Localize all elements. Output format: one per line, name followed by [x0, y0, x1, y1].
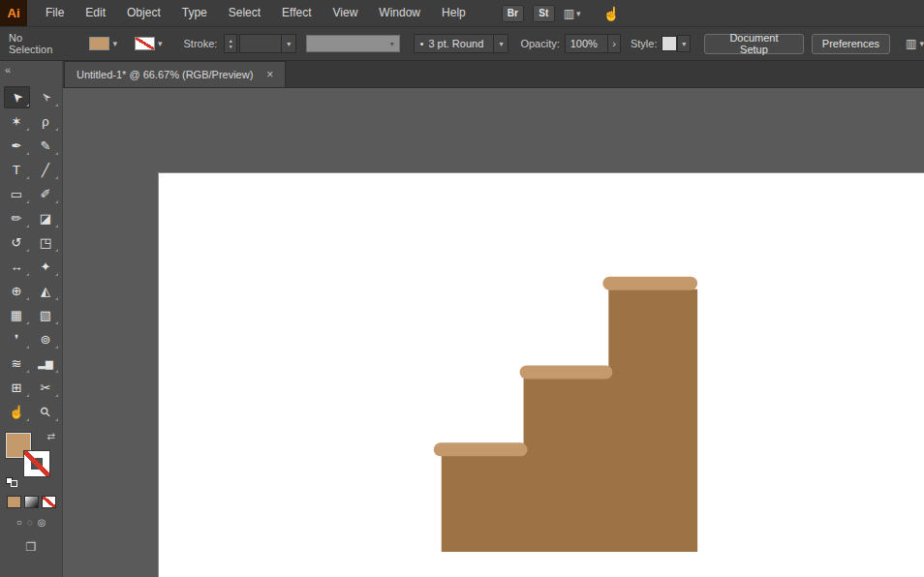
blend-tool-icon: ⊚ — [41, 332, 51, 347]
symbol-sprayer-tool[interactable]: ≋ — [4, 352, 30, 375]
lasso-tool[interactable]: ρ — [33, 110, 59, 133]
screen-mode-icon[interactable]: ❐ — [26, 540, 37, 554]
graphic-style-swatch[interactable] — [662, 36, 677, 51]
opacity-label[interactable]: Opacity: — [520, 38, 559, 49]
eyedropper-tool[interactable]: ❜ — [4, 328, 30, 350]
chevron-down-icon[interactable]: ▾ — [281, 35, 295, 52]
type-tool[interactable]: T — [4, 159, 30, 181]
menu-item-effect[interactable]: Effect — [271, 0, 322, 26]
draw-behind-mode[interactable]: ◌ — [27, 517, 33, 528]
curvature-tool[interactable]: ✎ — [33, 135, 59, 157]
opacity-input[interactable]: 100% — [565, 34, 608, 53]
brush-value: • 3 pt. Round — [415, 38, 494, 49]
slice-tool[interactable]: ✂ — [33, 377, 59, 399]
pencil-tool[interactable]: ✏ — [4, 207, 30, 229]
stair-tread-top[interactable] — [602, 277, 697, 290]
rotate-tool[interactable]: ↺ — [4, 231, 30, 254]
hand-tool[interactable]: ☝ — [4, 401, 30, 423]
menu-item-type[interactable]: Type — [171, 0, 218, 26]
paintbrush-tool[interactable]: ✐ — [33, 183, 59, 205]
br-button[interactable]: Br — [502, 5, 524, 22]
document-tab-bar: Untitled-1* @ 66.67% (RGB/Preview) × — [63, 61, 924, 88]
direct-selection-tool[interactable]: ➢ — [33, 86, 59, 108]
st-button[interactable]: St — [533, 5, 555, 22]
none-button[interactable] — [42, 496, 56, 508]
stroke-weight-dropdown[interactable]: ▾ — [239, 34, 296, 53]
line-segment-tool[interactable]: ╱ — [33, 159, 59, 181]
stairs-artwork[interactable] — [159, 173, 924, 577]
brush-definition-dropdown[interactable]: • 3 pt. Round ▾ — [414, 34, 509, 53]
swap-fill-stroke-icon[interactable]: ⇄ — [47, 431, 55, 441]
stroke-none-slash-icon — [24, 451, 49, 476]
fill-color-control[interactable]: ▾ — [89, 37, 117, 50]
menu-item-window[interactable]: Window — [368, 0, 431, 26]
magic-wand-tool[interactable]: ✶ — [4, 110, 30, 133]
rectangle-tool[interactable]: ▭ — [4, 183, 30, 205]
draw-inside-mode[interactable]: ◎ — [38, 517, 46, 528]
stairs-body[interactable] — [442, 289, 697, 552]
gradient-tool[interactable]: ▧ — [33, 304, 59, 326]
stroke-label[interactable]: Stroke: — [184, 38, 218, 49]
default-fill-stroke-icon[interactable] — [6, 477, 17, 487]
zoom-tool[interactable]: ⚲ — [33, 401, 59, 423]
tab-close-icon[interactable]: × — [266, 68, 273, 81]
opacity-value[interactable]: 100% — [570, 38, 607, 49]
menu-item-view[interactable]: View — [323, 0, 369, 26]
menu-item-edit[interactable]: Edit — [75, 0, 116, 26]
color-mode-buttons — [0, 496, 62, 508]
mesh-tool[interactable]: ▦ — [4, 304, 30, 326]
eraser-tool-icon: ◪ — [40, 211, 51, 226]
preferences-button[interactable]: Preferences — [812, 34, 890, 54]
shape-builder-tool[interactable]: ⊕ — [4, 280, 30, 302]
chevron-down-icon[interactable]: ▾ — [493, 35, 508, 52]
style-label[interactable]: Style: — [631, 38, 658, 49]
tools-grid: ➤➢✶ρ✒✎T╱▭✐✏◪↺◳↔✦⊕◭▦▧❜⊚≋▂▆⊞✂☝⚲ — [0, 86, 62, 423]
selection-tool-icon: ➤ — [8, 88, 25, 106]
document-tab[interactable]: Untitled-1* @ 66.67% (RGB/Preview) × — [64, 61, 286, 87]
color-button[interactable] — [7, 496, 21, 508]
document-setup-button[interactable]: Document Setup — [704, 34, 804, 54]
pen-tool[interactable]: ✒ — [4, 135, 30, 157]
opacity-dropdown-arrow[interactable]: › — [608, 34, 621, 53]
menu-item-select[interactable]: Select — [218, 0, 271, 26]
arrange-documents-button[interactable]: ▥ ▾ — [564, 7, 581, 20]
chevron-down-icon: ▾ — [576, 9, 581, 18]
menu-item-help[interactable]: Help — [431, 0, 477, 26]
stroke-weight-stepper[interactable]: ▲ ▼ — [224, 34, 237, 53]
menu-item-file[interactable]: File — [35, 0, 75, 26]
gradient-button[interactable] — [24, 496, 39, 508]
control-panel-menu-button[interactable]: ▥ ▾ — [906, 37, 924, 50]
chevron-down-icon[interactable]: ▾ — [112, 39, 117, 48]
width-tool[interactable]: ↔ — [4, 256, 30, 278]
stroke-color-swatch[interactable] — [135, 37, 155, 50]
collapse-panel-icon[interactable]: « — [5, 64, 11, 76]
menu-item-object[interactable]: Object — [116, 0, 171, 26]
arrange-documents-icon: ▥ — [564, 7, 574, 20]
fill-color-swatch[interactable] — [89, 37, 109, 50]
menu-bar: Ai FileEditObjectTypeSelectEffectViewWin… — [0, 0, 924, 26]
free-transform-tool[interactable]: ✦ — [33, 256, 59, 278]
artboard[interactable] — [158, 172, 924, 577]
document-tab-title: Untitled-1* @ 66.67% (RGB/Preview) — [77, 69, 253, 80]
selection-tool[interactable]: ➤ — [4, 86, 30, 108]
touch-workspace-icon[interactable]: ☝ — [603, 6, 620, 21]
style-dropdown-arrow[interactable]: ▾ — [677, 35, 691, 52]
canvas-area[interactable] — [63, 88, 924, 577]
scale-tool[interactable]: ◳ — [33, 231, 59, 254]
eraser-tool[interactable]: ◪ — [33, 207, 59, 229]
stroke-swatch[interactable] — [24, 451, 49, 476]
curvature-tool-icon: ✎ — [41, 138, 51, 153]
slice-tool-icon: ✂ — [41, 380, 51, 395]
artboard-tool[interactable]: ⊞ — [4, 377, 30, 399]
stair-tread-middle[interactable] — [520, 366, 613, 380]
perspective-grid-tool[interactable]: ◭ — [33, 280, 59, 302]
column-graph-tool[interactable]: ▂▆ — [33, 352, 59, 375]
illustrator-window: Ai FileEditObjectTypeSelectEffectViewWin… — [0, 0, 924, 577]
draw-normal-mode[interactable]: ○ — [16, 517, 22, 528]
control-bar: No Selection ▾ ▾ Stroke: ▲ ▼ ▾ ▾ • 3 pt.… — [0, 26, 924, 61]
chevron-down-icon[interactable]: ▾ — [158, 39, 163, 48]
stroke-color-control[interactable]: ▾ — [135, 37, 163, 50]
stepper-down-icon[interactable]: ▼ — [229, 44, 233, 49]
stair-tread-bottom[interactable] — [434, 442, 528, 456]
blend-tool[interactable]: ⊚ — [33, 328, 59, 350]
